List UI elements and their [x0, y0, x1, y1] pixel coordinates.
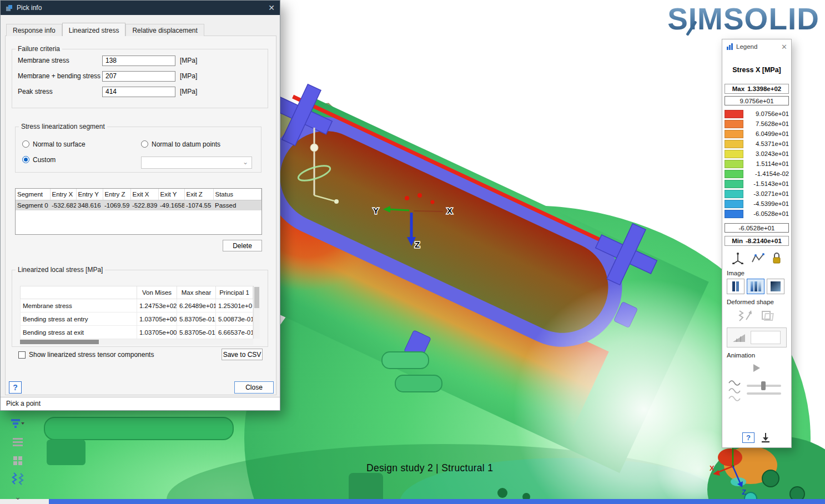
legend-header[interactable]: Legend ✕	[722, 39, 791, 54]
vertical-scrollbar[interactable]	[253, 286, 260, 339]
slider-handle[interactable]	[761, 381, 766, 390]
image-thumbnails	[722, 276, 791, 294]
peak-stress-input[interactable]	[102, 87, 175, 97]
legend-scale-row: 9.0756e+01	[722, 109, 791, 119]
toolbar-grid-button[interactable]	[9, 453, 26, 467]
legend-scale-row: -3.0271e+01	[722, 189, 791, 199]
stress-linearization-group: Stress linearization segment Normal to s…	[15, 123, 261, 173]
segment-table-row[interactable]: Segment 0-532.682 348.616-1069.59 -522.8…	[16, 200, 261, 210]
stress-table-row[interactable]: Bending stress at exit 1.03705e+00 5.837…	[21, 326, 253, 339]
filter-icon	[10, 417, 26, 430]
toolbar-list-button[interactable]	[9, 435, 26, 449]
legend-close-icon[interactable]: ✕	[781, 43, 787, 51]
tab-relative-displacement[interactable]: Relative displacement	[125, 24, 204, 36]
deformed-spring-icon[interactable]	[737, 309, 753, 323]
radio-icon	[141, 140, 148, 148]
animation-speed-slider[interactable]	[747, 385, 781, 387]
peak-stress-unit: [MPa]	[180, 88, 197, 95]
legend-title: Legend	[736, 43, 757, 50]
spring-tool-button[interactable]	[9, 471, 26, 486]
scale-value: 6.0499e+01	[743, 130, 789, 137]
grid-icon	[12, 455, 23, 465]
animation-section-label: Animation	[722, 352, 791, 359]
image-style-1-button[interactable]	[727, 279, 744, 294]
study-caption: Design study 2 | Structural 1	[366, 462, 493, 474]
min-value: -8.2140e+01	[746, 238, 782, 244]
pick-filter-button[interactable]	[9, 416, 26, 431]
tensor-checkbox-row[interactable]: Show linearized stress tensor components	[18, 351, 154, 359]
scale-value: -1.5143e+01	[743, 180, 789, 187]
dialog-titlebar[interactable]: Pick info ✕	[1, 1, 280, 15]
image-style-3-button[interactable]	[767, 279, 784, 294]
image-section-label: Image	[722, 270, 791, 276]
color-chip	[725, 140, 743, 148]
triad-center-z-label: Z	[415, 240, 420, 249]
animation-frame-slider[interactable]	[747, 392, 781, 395]
linearized-stress-table[interactable]: Von Mises Max shear Principal 1 Membrane…	[20, 286, 253, 339]
stress-table-row[interactable]: Bending stress at entry 1.03705e+00 5.83…	[21, 313, 253, 326]
pick-info-icon	[6, 4, 13, 12]
delete-button[interactable]: Delete	[223, 240, 262, 251]
radio-normal-to-surface[interactable]: Normal to surface	[22, 140, 85, 148]
legend-top-input[interactable]: 9.0756e+01	[725, 96, 789, 105]
horizontal-scrollbar[interactable]	[20, 339, 253, 345]
tensor-checkbox[interactable]	[18, 351, 26, 359]
triad-global-x-label: X	[710, 464, 715, 472]
scale-value: -1.4154e-02	[743, 170, 789, 177]
color-chip	[725, 180, 743, 188]
segment-dropdown[interactable]: ⌄	[141, 157, 252, 169]
deformed-scale-value-box	[751, 331, 781, 344]
tab-response-info[interactable]: Response info	[6, 24, 62, 36]
linearized-stress-group: Linearized local stress [MPa] Von Mises …	[12, 266, 268, 347]
triad-center-y-label: Y	[373, 206, 379, 215]
max-label: Max	[732, 85, 744, 92]
scale-value: 4.5371e+01	[743, 140, 789, 147]
axes-icon[interactable]	[732, 252, 744, 264]
deformed-compare-icon[interactable]	[751, 252, 764, 264]
spring-icon	[11, 472, 25, 485]
segment-table[interactable]: SegmentEntry X Entry YEntry Z Exit XExit…	[15, 188, 262, 235]
radio-normal-to-datum-points[interactable]: Normal to datum points	[141, 140, 220, 148]
chevron-down-icon: ⌄	[14, 492, 21, 501]
legend-scale-row: -6.0528e+01	[722, 209, 791, 219]
legend-max-box: Max 1.3398e+02	[725, 84, 789, 94]
help-button[interactable]: ?	[9, 381, 22, 394]
legend-toolbar	[722, 251, 791, 265]
dialog-tabs: Response info Linearized stress Relative…	[6, 23, 204, 36]
snapshot-icon[interactable]	[760, 432, 771, 443]
legend-scale-row: 3.0243e+01	[722, 149, 791, 159]
color-chip	[725, 120, 743, 128]
toolbar-expand-button[interactable]: ⌄	[9, 490, 26, 504]
animation-controls	[722, 377, 791, 402]
legend-bottom-input[interactable]: -6.0528e+01	[725, 223, 789, 233]
stress-table-header: Von Mises Max shear Principal 1	[21, 286, 253, 299]
undeformed-shape-icon[interactable]	[761, 309, 776, 323]
color-chip	[725, 210, 743, 218]
color-chip	[725, 110, 743, 118]
tensor-checkbox-label: Show linearized stress tensor components	[29, 351, 154, 359]
image-style-2-button[interactable]	[747, 279, 764, 294]
radio-custom[interactable]: Custom	[22, 156, 56, 164]
dialog-close-icon[interactable]: ✕	[268, 3, 275, 12]
max-value: 1.3398e+02	[747, 85, 781, 92]
legend-scale-row: 7.5628e+01	[722, 119, 791, 129]
membrane-stress-label: Membrane stress	[18, 57, 102, 64]
stress-table-row[interactable]: Membrane stress 1.24753e+02 6.26489e+01 …	[21, 299, 253, 313]
linearized-stress-title: Linearized local stress [MPa]	[16, 266, 105, 274]
legend-help-button[interactable]: ?	[742, 432, 754, 443]
close-button[interactable]: Close	[234, 381, 274, 394]
membrane-stress-input[interactable]	[102, 56, 175, 66]
tab-linearized-stress[interactable]: Linearized stress	[62, 23, 126, 36]
save-to-csv-button[interactable]: Save to CSV	[222, 349, 263, 360]
deformed-scale-box[interactable]	[727, 327, 787, 347]
membrane-bending-stress-input[interactable]	[102, 71, 175, 82]
triad-center-x-label: X	[447, 206, 452, 215]
deformed-shape-tools	[722, 309, 791, 323]
status-text: Pick a point	[6, 400, 41, 407]
animation-play-button[interactable]	[722, 364, 791, 372]
lock-icon[interactable]	[772, 252, 782, 264]
legend-subtitle: Stress X [MPa]	[722, 66, 791, 74]
scale-value: 7.5628e+01	[743, 120, 789, 127]
color-chip	[725, 130, 743, 138]
waveform-icon	[728, 377, 742, 402]
